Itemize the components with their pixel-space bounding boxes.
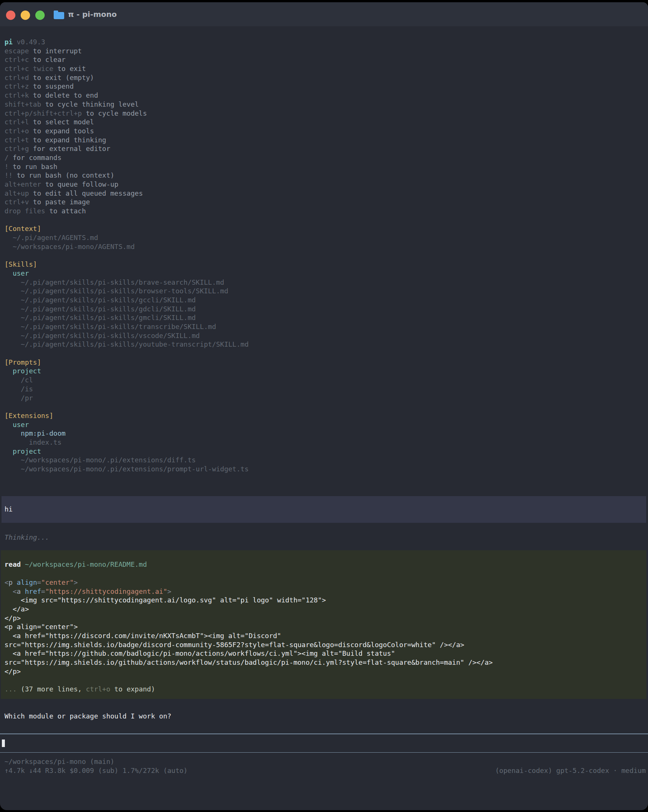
text-segment: escape: [5, 47, 29, 55]
text-segment: ~/workspaces/pi-mono/.pi/extensions/diff…: [5, 456, 195, 464]
terminal-line: !! to run bash (no context): [0, 171, 648, 180]
text-segment: ~/.pi/agent/skills/pi-skills/transcribe/…: [5, 323, 216, 331]
text-segment: <img src="https://shittycodingagent.ai/l…: [5, 596, 326, 604]
terminal-line: ~/workspaces/pi-mono/.pi/extensions/diff…: [0, 456, 648, 465]
terminal-line: project: [0, 447, 648, 456]
terminal-line: npm:pi-doom: [0, 429, 648, 438]
terminal-content: pi v0.49.3escape to interruptctrl+c to c…: [0, 26, 648, 775]
terminal-line: ctrl+o to expand tools: [0, 127, 648, 136]
text-segment: ~/.pi/agent/skills/pi-skills/brave-searc…: [5, 278, 224, 286]
text-segment: ~/.pi/agent/skills/pi-skills/gccli/SKILL…: [5, 296, 195, 304]
terminal-line: escape to interrupt: [0, 47, 648, 56]
terminal-line: index.ts: [0, 438, 648, 447]
text-segment: href: [25, 588, 41, 595]
text-segment: to cycle models: [82, 109, 147, 117]
terminal-line: ~/.pi/agent/skills/pi-skills/gmcli/SKILL…: [0, 313, 648, 322]
section-prompts: [Prompts] project /cl /is /pr: [0, 358, 648, 402]
terminal-line: ctrl+c to clear: [0, 55, 648, 64]
terminal-line: <a href="https://discord.com/invite/nKXT…: [1, 631, 646, 640]
terminal-line: user: [0, 420, 648, 429]
text-segment: [Context]: [5, 224, 41, 232]
text-segment: to clear: [29, 56, 66, 64]
status-usage: ↑4.7k ↓44 R3.8k $0.009 (sub) 1.7%/272k (…: [5, 766, 188, 774]
text-segment: <: [13, 588, 17, 595]
text-segment: user: [5, 269, 29, 277]
text-segment: to expand): [110, 685, 155, 693]
user-message-text: hi: [2, 505, 646, 514]
text-segment: to delete to end: [29, 91, 98, 99]
text-segment: ctrl+o: [86, 685, 110, 693]
text-segment: </p>: [5, 667, 21, 675]
text-segment: ~/.pi/agent/skills/pi-skills/gmcli/SKILL…: [5, 314, 195, 322]
terminal-line: ~/workspaces/pi-mono/AGENTS.md: [0, 242, 648, 251]
section-context: [Context] ~/.pi/agent/AGENTS.md ~/worksp…: [0, 224, 648, 251]
terminal-line: <img src="https://shittycodingagent.ai/l…: [1, 596, 646, 605]
terminal-line: [Context]: [0, 224, 648, 233]
terminal-line: ctrl+k to delete to end: [0, 91, 648, 100]
terminal-line: /is: [0, 385, 648, 394]
terminal-line: /pr: [0, 394, 648, 403]
text-segment: v0.49.3: [13, 38, 46, 46]
terminal-line: user: [0, 269, 648, 278]
text-segment: ctrl+c twice: [5, 65, 53, 72]
prompt-input[interactable]: [0, 734, 648, 752]
text-segment: to interrupt: [29, 47, 82, 55]
status-model: (openai-codex) gpt-5.2-codex · medium: [495, 766, 648, 775]
terminal-line: src="https://img.shields.io/github/actio…: [1, 658, 646, 667]
terminal-line: <p align="center">: [1, 578, 646, 587]
text-segment: >: [73, 578, 78, 586]
terminal-line: ctrl+p/shift+ctrl+p to cycle models: [0, 109, 648, 118]
text-segment: ctrl+v: [5, 198, 29, 206]
terminal-window: π - pi-mono pi v0.49.3escape to interrup…: [0, 2, 648, 810]
folder-icon: [54, 12, 64, 19]
terminal-line: shift+tab to cycle thinking level: [0, 100, 648, 109]
text-segment: to exit: [53, 65, 86, 72]
text-segment: !: [5, 163, 9, 171]
tool-output: <p align="center"> <a href="https://shit…: [1, 569, 646, 676]
text-segment: =: [41, 588, 46, 595]
terminal-line: src="https://img.shields.io/badge/discor…: [1, 640, 646, 649]
text-segment: "center": [41, 578, 74, 586]
text-segment: src="https://img.shields.io/github/actio…: [5, 658, 492, 666]
terminal-line: project: [0, 366, 648, 375]
terminal-line: ctrl+d to exit (empty): [0, 73, 648, 82]
text-segment: /pr: [5, 394, 33, 402]
terminal-line: <a href="https://shittycodingagent.ai">: [1, 587, 646, 596]
text-segment: [13, 578, 17, 586]
terminal-line: ~/.pi/agent/skills/pi-skills/transcribe/…: [0, 322, 648, 331]
terminal-line: ctrl+c twice to exit: [0, 64, 648, 73]
zoom-button[interactable]: [35, 11, 45, 20]
text-segment: ctrl+t: [5, 136, 29, 144]
terminal-line: drop files to attach: [0, 206, 648, 215]
text-segment: ctrl+c: [5, 56, 29, 64]
terminal-line: / for commands: [0, 153, 648, 162]
terminal-line: ctrl+g for external editor: [0, 144, 648, 153]
minimize-button[interactable]: [21, 11, 30, 20]
text-segment: align: [17, 578, 37, 586]
truncation-notice: ... (37 more lines, ctrl+o to expand): [1, 685, 646, 694]
text-segment: (37 more lines,: [17, 685, 86, 693]
terminal-line: ... (37 more lines, ctrl+o to expand): [1, 685, 646, 694]
status-line-2: (openai-codex) gpt-5.2-codex · medium↑4.…: [0, 766, 648, 775]
text-segment: ~/.pi/agent/skills/pi-skills/vscode/SKIL…: [5, 332, 200, 339]
text-segment: to select model: [29, 118, 94, 126]
text-segment: <p align="center">: [5, 623, 78, 630]
text-segment: to queue follow-up: [41, 180, 119, 188]
terminal-line: </p>: [1, 667, 646, 676]
text-segment: <a href="https://github.com/badlogic/pi-…: [5, 649, 395, 657]
text-segment: user: [5, 421, 29, 429]
close-button[interactable]: [6, 11, 15, 20]
text-segment: to attach: [45, 207, 85, 215]
text-segment: [Prompts]: [5, 358, 41, 366]
text-segment: ~/workspaces/pi-mono/.pi/extensions/prom…: [5, 465, 249, 473]
terminal-line: ~/.pi/agent/skills/pi-skills/brave-searc…: [0, 278, 648, 287]
text-segment: to suspend: [29, 82, 73, 90]
terminal-line: <p align="center">: [1, 622, 646, 631]
terminal-line: [Prompts]: [0, 358, 648, 367]
text-segment: npm:pi-doom: [5, 429, 66, 437]
terminal-line: ctrl+l to select model: [0, 118, 648, 127]
text-segment: ctrl+k: [5, 91, 29, 99]
text-segment: </a>: [5, 605, 29, 613]
assistant-message: Which module or package should I work on…: [0, 712, 648, 721]
text-segment: /is: [5, 385, 33, 393]
